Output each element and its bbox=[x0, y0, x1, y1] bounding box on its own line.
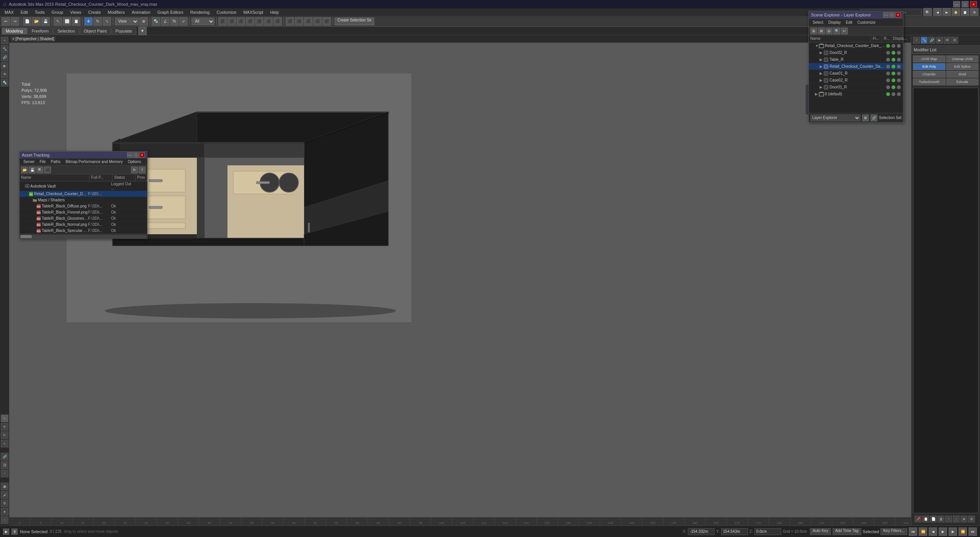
utilities-tool[interactable]: 🔩 bbox=[1, 79, 8, 87]
create-selection-button[interactable]: Create Selection Se bbox=[335, 18, 374, 25]
pb-play[interactable]: ▶ bbox=[939, 527, 947, 536]
nav-btn-2[interactable]: ▶ bbox=[942, 8, 951, 16]
extra-2[interactable]: ● bbox=[1, 508, 8, 516]
unwrap-uvw-btn[interactable]: Unwrap UVW bbox=[946, 55, 979, 62]
se-expand-root[interactable]: ▼ bbox=[815, 44, 819, 48]
se-item-retail-checkout[interactable]: ▶ Retail_Checkout_Counter_Dark_Wood bbox=[809, 63, 903, 70]
new-scene-button[interactable]: 📄 bbox=[23, 17, 31, 26]
rp-delete-icon[interactable]: 🗑 bbox=[937, 516, 944, 522]
menu-views[interactable]: Views bbox=[67, 9, 84, 15]
se-item-default-layer[interactable]: ▶ 0 (default) bbox=[809, 91, 903, 98]
se-expand-7[interactable]: ▶ bbox=[815, 92, 819, 96]
modifier-list-box[interactable] bbox=[913, 88, 978, 513]
at-menu-bitmap-perf[interactable]: Bitmap Performance and Memory bbox=[63, 159, 125, 164]
se-expand-5[interactable]: ▶ bbox=[820, 78, 823, 82]
x-value[interactable]: -154.332m bbox=[688, 528, 715, 535]
z-value[interactable]: 0.0cm bbox=[754, 528, 781, 535]
render-button[interactable]: ⬛ bbox=[295, 17, 303, 26]
menu-graph-editors[interactable]: Graph Editors bbox=[154, 9, 187, 15]
at-menu-paths[interactable]: Paths bbox=[49, 159, 63, 164]
nav-btn-4[interactable]: 📋 bbox=[961, 8, 969, 16]
material-editor-button[interactable]: ⬛ bbox=[322, 17, 331, 26]
timeline[interactable]: 0 5 10 15 20 25 30 35 40 45 50 55 60 65 … bbox=[9, 517, 980, 526]
unlink-tool[interactable]: ⛓ bbox=[1, 461, 8, 469]
scene-explorer-button[interactable]: ⬛ bbox=[255, 17, 263, 26]
se-menu-customize[interactable]: Customize bbox=[855, 20, 878, 25]
close-button[interactable]: ✕ bbox=[970, 1, 977, 7]
pb-prev[interactable]: ◀ bbox=[929, 527, 937, 536]
extrude-btn[interactable]: Extrude bbox=[946, 78, 979, 85]
edit-poly-btn[interactable]: Edit Poly bbox=[913, 63, 946, 70]
redo-button[interactable]: ↪ bbox=[11, 17, 19, 26]
rp-up-icon[interactable]: ↑ bbox=[945, 516, 952, 522]
move-button[interactable]: ✛ bbox=[84, 17, 93, 26]
uvw-map-btn[interactable]: UVW Map bbox=[913, 55, 946, 62]
auto-key-btn[interactable]: Auto Key bbox=[810, 528, 831, 535]
tab-populate[interactable]: Populate bbox=[111, 28, 136, 34]
at-btn-1[interactable]: 📂 bbox=[21, 166, 28, 173]
rp-icon-create[interactable]: + bbox=[913, 37, 920, 44]
menu-animation[interactable]: Animation bbox=[129, 9, 154, 15]
at-btn-4[interactable]: ⬛ bbox=[44, 166, 51, 173]
pb-first[interactable]: ⏮ bbox=[909, 527, 917, 536]
search-button[interactable]: 🔍 bbox=[923, 8, 932, 16]
extra-1[interactable]: ⚙ bbox=[1, 499, 8, 507]
create-tool[interactable]: + bbox=[1, 37, 8, 44]
menu-edit[interactable]: Edit bbox=[18, 9, 31, 15]
select-region-button[interactable]: ⬜ bbox=[63, 17, 71, 26]
link-tool[interactable]: 🔗 bbox=[1, 453, 8, 460]
at-menu-file[interactable]: File bbox=[37, 159, 48, 164]
bind-space-warp[interactable]: ~ bbox=[1, 470, 8, 477]
render-setup-button[interactable]: ⬛ bbox=[286, 17, 294, 26]
rp-icon-modify[interactable]: 🔧 bbox=[921, 37, 928, 44]
select-object-button[interactable]: ↖ bbox=[54, 17, 62, 26]
se-menu-edit[interactable]: Edit bbox=[844, 20, 855, 25]
at-btn-2[interactable]: 💾 bbox=[29, 166, 36, 173]
minimize-button[interactable]: — bbox=[953, 1, 960, 7]
rp-icon-utils[interactable]: ⚙ bbox=[951, 37, 958, 44]
se-expand-1[interactable]: ▶ bbox=[820, 51, 823, 55]
se-tb-btn-5[interactable]: ↩ bbox=[841, 28, 848, 34]
status-play-btn[interactable]: ▶ bbox=[3, 529, 9, 535]
nav-btn-1[interactable]: ◀ bbox=[933, 8, 942, 16]
at-refresh-btn[interactable]: ↻ bbox=[131, 166, 138, 173]
open-button[interactable]: 📂 bbox=[32, 17, 41, 26]
rp-icon-hierarchy[interactable]: 🔗 bbox=[928, 37, 935, 44]
motion-tool[interactable]: ▶ bbox=[1, 62, 8, 70]
viewport-perspective-tag[interactable]: + [Perspective | Shaded] bbox=[11, 36, 56, 41]
tab-object-paint[interactable]: Object Paint bbox=[80, 28, 111, 34]
nav-btn-5[interactable]: ⚙ bbox=[970, 8, 978, 16]
at-item-glossiness[interactable]: IMG TableR_Black_Glossiness.png F:\3Di\.… bbox=[20, 215, 147, 222]
at-menu-server[interactable]: Server bbox=[21, 159, 37, 164]
paint-tools[interactable]: 🖌 bbox=[1, 491, 8, 499]
se-tb-btn-1[interactable]: ⊞ bbox=[810, 28, 817, 34]
at-menu-options[interactable]: Options bbox=[126, 159, 143, 164]
se-maximize-btn[interactable]: □ bbox=[889, 12, 895, 18]
rp-highlight-icon[interactable]: ★ bbox=[960, 516, 967, 522]
modify-tool[interactable]: 🔧 bbox=[1, 45, 8, 53]
se-tb-btn-2[interactable]: ⊠ bbox=[818, 28, 825, 34]
menu-tools[interactable]: Tools bbox=[32, 9, 48, 15]
se-item-door01r[interactable]: ▶ Door01_R bbox=[809, 84, 903, 91]
rotate-button[interactable]: ↻ bbox=[93, 17, 102, 26]
pb-next[interactable]: ▶ bbox=[949, 527, 957, 536]
pivot-button[interactable]: ⊕ bbox=[139, 17, 148, 26]
rp-icon-display[interactable]: 👁 bbox=[944, 37, 951, 44]
menu-group[interactable]: Group bbox=[49, 9, 67, 15]
at-scrollbar[interactable] bbox=[20, 234, 147, 238]
at-item-fresnel[interactable]: IMG TableR_Black_Fresnel.png F:\3Di\... … bbox=[20, 209, 147, 215]
curve-editor-button[interactable]: ⬛ bbox=[264, 17, 273, 26]
schematic-view-button[interactable]: ⬛ bbox=[273, 17, 282, 26]
at-item-vault[interactable]: Autodesk Vault Logged Out ... bbox=[20, 181, 147, 191]
at-help-btn[interactable]: ? bbox=[139, 166, 146, 173]
display-tool[interactable]: 👁 bbox=[1, 70, 8, 78]
se-item-case01r[interactable]: ▶ Case01_R bbox=[809, 70, 903, 77]
mirror-button[interactable]: ⬛ bbox=[218, 17, 227, 26]
scale-tool-2[interactable]: ⤡ bbox=[1, 440, 8, 447]
rp-down-icon[interactable]: ↓ bbox=[953, 516, 960, 522]
at-tree[interactable]: Autodesk Vault Logged Out ... 3D Retail_… bbox=[20, 181, 147, 234]
render-to-texture-button[interactable]: ⬛ bbox=[313, 17, 322, 26]
selection-filter-dropdown[interactable]: All Geometry Shapes Lights bbox=[191, 18, 214, 25]
spinner-snap-button[interactable]: ⤢ bbox=[179, 17, 188, 26]
align-options-button[interactable]: ⬛ bbox=[237, 17, 245, 26]
